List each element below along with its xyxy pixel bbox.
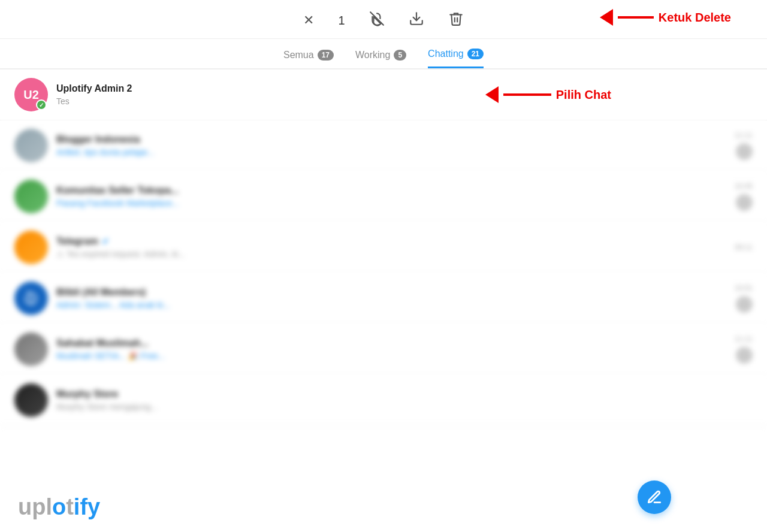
brand-text-upl: upl: [18, 494, 52, 519]
chat-preview-murphy: Murphy Store mengajung...: [56, 402, 260, 412]
chat-preview-telegram: ⚠ Tes expired request. Admin, ki...: [56, 249, 260, 259]
tab-working[interactable]: Working 5: [355, 50, 406, 68]
chat-item-telegram[interactable]: Telegram ✔ ⚠ Tes expired request. Admin,…: [0, 222, 767, 273]
chat-info-telegram: Telegram ✔ ⚠ Tes expired request. Admin,…: [56, 236, 729, 259]
avatar-sahabat: [14, 332, 48, 366]
chat-preview-komunitas: Pasang Facebook Marketplace...: [56, 198, 260, 208]
delete-icon[interactable]: [448, 11, 464, 30]
chat-item-uplotify-admin-2[interactable]: U2 Uplotify Admin 2 Tes Pilih Chat: [0, 69, 767, 120]
brand-text-o: o: [52, 494, 66, 519]
tabs-bar: Semua 17 Working 5 Chatting 21: [0, 39, 767, 69]
chat-meta-blogger: 11:11 ···: [735, 131, 753, 160]
chat-unread-blogger: ···: [736, 143, 753, 160]
avatar-text: U2: [23, 88, 39, 102]
chat-time-blibli: 10:01: [735, 284, 753, 292]
chat-unread-komunitas: ···: [736, 194, 753, 211]
brand-text-tify2: ify: [74, 494, 100, 519]
chat-unread-blibli: ···: [736, 296, 753, 313]
avatar-blogger: [14, 129, 48, 162]
brand-logo: uplotify: [18, 494, 100, 520]
annotation-delete-label: Ketuk Delete: [659, 11, 731, 25]
compose-fab[interactable]: [638, 480, 671, 514]
mute-icon[interactable]: [369, 11, 385, 30]
chat-name-komunitas: Komunitas Seller Tokopa...: [56, 185, 729, 196]
avatar-komunitas: [14, 180, 48, 213]
chat-list: U2 Uplotify Admin 2 Tes Pilih Chat Blogg…: [0, 69, 767, 426]
chat-item-murphy[interactable]: Murphy Store Murphy Store mengajung...: [0, 375, 767, 426]
brand-text-tify: t: [66, 494, 74, 519]
chat-time-blogger: 11:11: [735, 131, 753, 140]
tab-chatting[interactable]: Chatting 21: [428, 49, 484, 68]
annotation-line-chat: [503, 93, 551, 96]
chat-preview-sahabat: Muslimah SETIA... 🎉 Free...: [56, 351, 260, 361]
chat-time-komunitas: 10:45: [735, 182, 753, 191]
chat-meta-telegram: 09:11: [735, 243, 753, 252]
chat-name-telegram: Telegram ✔: [56, 236, 729, 247]
avatar-murphy: [14, 383, 48, 417]
chat-item-blogger[interactable]: Blogger Indonesia Artikel, tips dunia pe…: [0, 120, 767, 171]
chat-item-komunitas[interactable]: Komunitas Seller Tokopa... Pasang Facebo…: [0, 171, 767, 222]
chat-preview-uplotify-admin-2: Tes: [56, 96, 260, 106]
arrow-chat-icon: [485, 86, 499, 103]
annotation-line-delete: [618, 16, 654, 19]
online-badge: [36, 99, 47, 110]
chat-preview-blogger: Artikel, tips dunia pelajar...: [56, 147, 260, 157]
chat-info-blogger: Blogger Indonesia Artikel, tips dunia pe…: [56, 134, 729, 157]
chat-info-komunitas: Komunitas Seller Tokopa... Pasang Facebo…: [56, 185, 729, 208]
close-icon[interactable]: ✕: [303, 13, 314, 28]
arrow-delete-icon: [600, 9, 613, 26]
chat-name-uplotify-admin-2: Uplotify Admin 2: [56, 83, 753, 94]
chat-info-blibli: Blibli (All Members) Admin: Sistem... Ad…: [56, 287, 729, 310]
chat-info-murphy: Murphy Store Murphy Store mengajung...: [56, 389, 747, 412]
chat-name-murphy: Murphy Store: [56, 389, 747, 400]
chat-name-blogger: Blogger Indonesia: [56, 134, 729, 145]
tab-chatting-label: Chatting: [428, 49, 464, 59]
annotation-delete: Ketuk Delete: [600, 9, 731, 26]
tab-chatting-badge: 21: [467, 49, 484, 59]
chat-unread-sahabat: ···: [736, 347, 753, 364]
chat-time-sahabat: 11:11: [735, 335, 753, 343]
chat-name-sahabat: Sahabat Muslimah...: [56, 338, 729, 349]
chat-item-sahabat[interactable]: Sahabat Muslimah... Muslimah SETIA... 🎉 …: [0, 324, 767, 375]
tab-semua[interactable]: Semua 17: [283, 50, 334, 68]
toolbar: ✕ 1 Ketuk Delete: [0, 0, 767, 39]
chat-info-uplotify-admin-2: Uplotify Admin 2 Tes: [56, 83, 753, 106]
chat-name-blibli: Blibli (All Members): [56, 287, 729, 298]
avatar-telegram: [14, 231, 48, 264]
chat-preview-blibli: Admin: Sistem... Ada anak ki...: [56, 300, 260, 310]
chat-time-telegram: 09:11: [735, 243, 753, 252]
chat-info-sahabat: Sahabat Muslimah... Muslimah SETIA... 🎉 …: [56, 338, 729, 361]
save-icon[interactable]: [409, 11, 424, 30]
avatar-blibli: [14, 282, 48, 315]
chat-item-blibli[interactable]: Blibli (All Members) Admin: Sistem... Ad…: [0, 273, 767, 324]
chat-meta-sahabat: 11:11 ···: [735, 335, 753, 364]
selection-count: 1: [338, 14, 345, 28]
verified-icon: ✔: [102, 237, 109, 246]
chat-meta-blibli: 10:01 ···: [735, 284, 753, 313]
chat-meta-komunitas: 10:45 ···: [735, 182, 753, 211]
avatar-uplotify-admin-2: U2: [14, 78, 48, 111]
annotation-chat: Pilih Chat: [485, 86, 611, 103]
tab-working-label: Working: [355, 50, 390, 61]
tab-working-badge: 5: [394, 50, 406, 61]
tab-semua-label: Semua: [283, 50, 314, 61]
annotation-chat-label: Pilih Chat: [556, 88, 611, 102]
tab-semua-badge: 17: [318, 50, 334, 61]
